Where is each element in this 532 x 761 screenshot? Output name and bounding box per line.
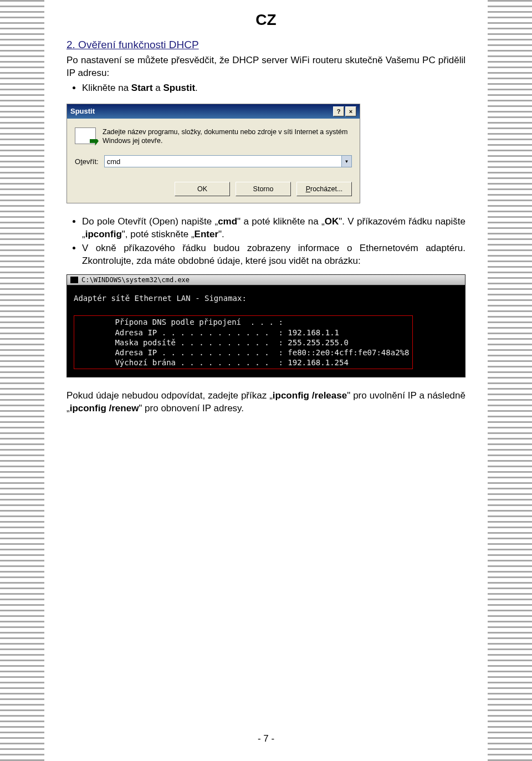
ok-button[interactable]: OK [175, 182, 230, 196]
run-dialog-description: Zadejte název programu, složky, dokument… [103, 127, 352, 146]
bullet-ethernet-info: V okně příkazového řádku budou zobrazeny… [82, 242, 466, 268]
help-button[interactable]: ? [333, 106, 344, 116]
run-dialog-titlebar: Spustit ? × [67, 104, 360, 119]
cmd-icon [70, 277, 78, 283]
left-rail [0, 0, 44, 761]
bullet-start-spustit: Klikněte na Start a Spustit. [82, 82, 466, 95]
run-icon [75, 127, 96, 144]
section-title: 2. Ověření funkčnosti DHCP [66, 39, 466, 51]
cmd-titlebar: C:\WINDOWS\system32\cmd.exe [67, 275, 465, 285]
browse-button[interactable]: Procházet... [296, 182, 352, 196]
page-lang-header: CZ [66, 11, 466, 29]
cmd-window: C:\WINDOWS\system32\cmd.exe Adaptér sítě… [66, 274, 466, 377]
dropdown-icon[interactable]: ▼ [341, 156, 351, 167]
intro-text: Po nastavení se můžete přesvědčit, že DH… [66, 54, 466, 80]
open-combobox[interactable]: ▼ [104, 155, 352, 167]
cmd-highlight-box: Přípona DNS podle připojení . . . : Adre… [74, 315, 413, 369]
bullet-cmd-ok: Do pole Otevřít (Open) napište „cmd" a p… [82, 216, 466, 241]
outro-text: Pokud údaje nebudou odpovídat, zadejte p… [66, 390, 466, 415]
main-content: CZ 2. Ověření funkčnosti DHCP Po nastave… [44, 0, 488, 761]
cancel-button[interactable]: Storno [236, 182, 291, 196]
run-dialog-title: Spustit [70, 107, 95, 115]
open-label: Otevřít: [75, 157, 99, 166]
close-button[interactable]: × [345, 106, 356, 116]
page-number: - 7 - [66, 711, 466, 744]
cmd-output: Adaptér sítě Ethernet LAN - Signamax: Př… [67, 285, 465, 377]
run-dialog: Spustit ? × Zadejte název programu, slož… [66, 104, 360, 204]
right-rail [488, 0, 532, 761]
cmd-title-text: C:\WINDOWS\system32\cmd.exe [81, 276, 190, 284]
open-input[interactable] [105, 156, 341, 167]
